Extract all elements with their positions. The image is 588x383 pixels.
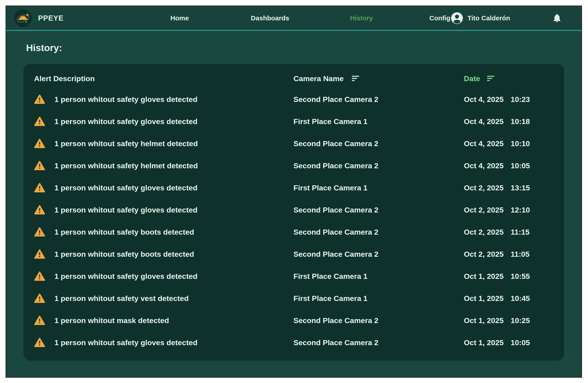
- alert-date: Oct 1, 2025: [464, 272, 504, 281]
- column-header-date: Date: [464, 74, 555, 83]
- brand[interactable]: PPEYE: [14, 9, 147, 27]
- nav-item-config[interactable]: Config: [429, 14, 450, 22]
- alert-time: 12:10: [511, 206, 530, 214]
- user-name[interactable]: Tito Calderón: [467, 14, 510, 22]
- nav-item-dashboards[interactable]: Dashboards: [251, 14, 289, 22]
- warning-icon-cell: [34, 183, 54, 193]
- app-window: PPEYE Home Dashboards History Config Tit…: [5, 5, 582, 378]
- alert-time: 13:15: [511, 183, 530, 192]
- alert-description: 1 person whitout safety vest detected: [54, 294, 294, 303]
- table-body: 1 person whitout safety gloves detected …: [34, 88, 555, 354]
- warning-triangle-icon: [34, 315, 45, 325]
- camera-name: Second Place Camera 2: [294, 250, 464, 259]
- table-row: 1 person whitout safety boots detected S…: [34, 243, 555, 265]
- warning-icon-cell: [34, 116, 54, 126]
- alert-description: 1 person whitout safety gloves detected: [54, 272, 294, 281]
- alert-time: 10:05: [511, 161, 530, 170]
- sort-icon-date[interactable]: [487, 75, 495, 81]
- table-row: 1 person whitout safety gloves detected …: [34, 199, 555, 221]
- alert-description: 1 person whitout safety helmet detected: [54, 161, 294, 170]
- camera-name: Second Place Camera 2: [294, 161, 464, 170]
- alert-time: 10:10: [511, 139, 530, 148]
- warning-triangle-icon: [34, 94, 45, 104]
- warning-triangle-icon: [34, 271, 45, 281]
- table-row: 1 person whitout safety gloves detected …: [34, 265, 555, 287]
- alert-description: 1 person whitout safety helmet detected: [54, 139, 294, 148]
- alert-date: Oct 4, 2025: [464, 95, 504, 104]
- warning-triangle-icon: [34, 249, 45, 259]
- warning-icon-cell: [34, 338, 54, 348]
- camera-name: Second Place Camera 2: [294, 316, 464, 325]
- notifications-bell-icon[interactable]: [552, 13, 562, 23]
- alert-date: Oct 1, 2025: [464, 338, 504, 347]
- table-row: 1 person whitout safety helmet detected …: [34, 132, 555, 155]
- warning-triangle-icon: [34, 227, 45, 237]
- alert-date: Oct 2, 2025: [464, 206, 504, 214]
- camera-name: Second Place Camera 2: [294, 139, 464, 148]
- warning-icon-cell: [34, 94, 54, 104]
- warning-icon-cell: [34, 315, 54, 325]
- warning-triangle-icon: [34, 205, 45, 215]
- table-header-row: Alert Description Camera Name Date: [34, 69, 555, 88]
- alert-description: 1 person whitout safety gloves detected: [54, 338, 294, 347]
- alert-time: 11:05: [511, 250, 530, 259]
- alert-datetime: Oct 4, 2025 10:18: [464, 117, 555, 126]
- brand-name: PPEYE: [38, 14, 63, 22]
- alert-datetime: Oct 1, 2025 10:45: [464, 294, 555, 303]
- alert-time: 10:23: [511, 95, 530, 104]
- warning-icon-cell: [34, 161, 54, 171]
- alert-datetime: Oct 4, 2025 10:10: [464, 139, 555, 148]
- table-row: 1 person whitout safety gloves detected …: [34, 177, 555, 199]
- warning-icon-cell: [34, 249, 54, 259]
- alert-datetime: Oct 1, 2025 10:25: [464, 316, 555, 325]
- camera-name: First Place Camera 1: [294, 272, 464, 281]
- main-content: History: Alert Description Camera Name D…: [6, 42, 581, 361]
- alert-datetime: Oct 4, 2025 10:23: [464, 95, 555, 104]
- camera-name: Second Place Camera 2: [294, 228, 464, 236]
- alert-date: Oct 1, 2025: [464, 294, 504, 303]
- warning-icon-cell: [34, 227, 54, 237]
- warning-triangle-icon: [34, 183, 45, 193]
- sort-icon-camera[interactable]: [352, 75, 360, 81]
- hard-hat-orbit-logo-icon: [14, 9, 32, 27]
- alert-datetime: Oct 1, 2025 10:55: [464, 272, 555, 281]
- table-row: 1 person whitout safety vest detected Fi…: [34, 287, 555, 309]
- alert-description: 1 person whitout mask detected: [54, 316, 294, 325]
- camera-name: First Place Camera 1: [294, 294, 464, 303]
- table-row: 1 person whitout safety boots detected S…: [34, 221, 555, 243]
- nav-item-history[interactable]: History: [350, 14, 373, 22]
- alert-datetime: Oct 1, 2025 10:05: [464, 338, 555, 347]
- warning-icon-cell: [34, 205, 54, 215]
- alert-datetime: Oct 4, 2025 10:05: [464, 161, 555, 170]
- nav-links: Home Dashboards History Config: [147, 14, 450, 22]
- warning-icon-cell: [34, 293, 54, 303]
- camera-name: Second Place Camera 2: [294, 206, 464, 214]
- alert-time: 10:45: [511, 294, 530, 303]
- warning-triangle-icon: [34, 139, 45, 149]
- alert-time: 10:25: [511, 316, 530, 325]
- alert-description: 1 person whitout safety boots detected: [54, 228, 294, 236]
- alert-time: 10:18: [511, 117, 530, 126]
- alert-description: 1 person whitout safety gloves detected: [54, 206, 294, 214]
- alert-date: Oct 2, 2025: [464, 250, 504, 259]
- camera-name: Second Place Camera 2: [294, 338, 464, 347]
- nav-item-home[interactable]: Home: [170, 14, 189, 22]
- alert-datetime: Oct 2, 2025 13:15: [464, 183, 555, 192]
- alert-description: 1 person whitout safety gloves detected: [54, 117, 294, 126]
- table-row: 1 person whitout safety gloves detected …: [34, 88, 555, 110]
- account-circle-icon[interactable]: [451, 12, 463, 24]
- column-header-alert-description: Alert Description: [34, 74, 294, 83]
- table-row: 1 person whitout safety gloves detected …: [34, 110, 555, 132]
- table-row: 1 person whitout mask detected Second Pl…: [34, 309, 555, 331]
- alert-time: 11:15: [511, 228, 530, 236]
- alert-description: 1 person whitout safety gloves detected: [54, 183, 294, 192]
- alert-datetime: Oct 2, 2025 12:10: [464, 206, 555, 214]
- column-header-camera-name: Camera Name: [294, 74, 464, 83]
- warning-triangle-icon: [34, 338, 45, 348]
- alert-date: Oct 4, 2025: [464, 161, 504, 170]
- warning-triangle-icon: [34, 293, 45, 303]
- alert-date: Oct 4, 2025: [464, 139, 504, 148]
- warning-triangle-icon: [34, 161, 45, 171]
- history-table: Alert Description Camera Name Date: [23, 64, 564, 361]
- alert-time: 10:05: [511, 338, 530, 347]
